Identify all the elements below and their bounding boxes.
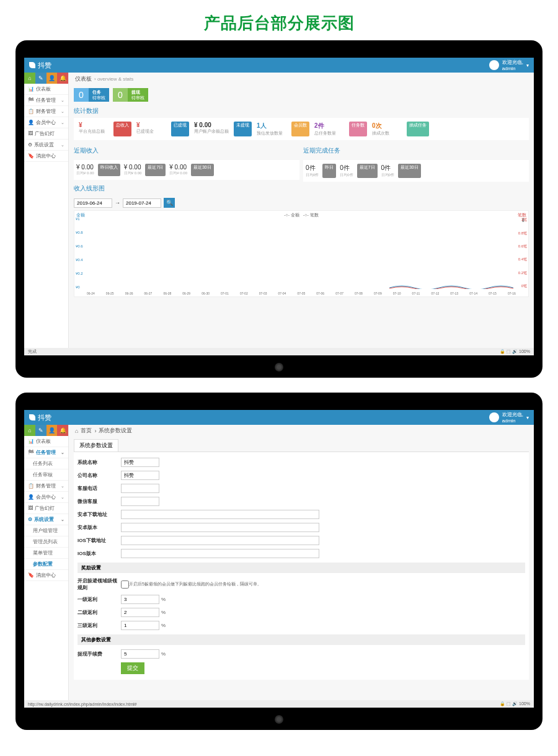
- brand: 抖赞: [29, 413, 51, 422]
- system-name-input[interactable]: [121, 458, 159, 467]
- sidebar-item[interactable]: 🖼广告幻灯: [24, 128, 68, 140]
- toolbar-home-button[interactable]: ⌂: [24, 425, 35, 436]
- kpi-cell: 2件总任务数量: [312, 122, 347, 136]
- sidebar-subitem[interactable]: 任务列表: [24, 458, 68, 469]
- wechat-input[interactable]: [121, 497, 159, 506]
- statusbar: 完成 🔒 ⬚ 🔊 100%: [24, 348, 534, 355]
- sidebar-item[interactable]: 🏁任务管理⌄: [24, 447, 68, 458]
- chevron-down-icon: ⌄: [61, 495, 64, 500]
- breadcrumb-current: 系统参数设置: [99, 427, 132, 435]
- kpi-cell: 0次抽成次数: [370, 122, 404, 136]
- status-right: 🔒 ⬚ 🔊 100%: [500, 701, 530, 706]
- period-right-title: 近期完成任务: [303, 144, 529, 158]
- kpi-badge: 总收入: [113, 122, 131, 136]
- breadcrumb: 仪表板 › overview & stats: [74, 73, 529, 86]
- level3-input[interactable]: [121, 621, 159, 630]
- search-button[interactable]: 🔍: [164, 198, 175, 208]
- toolbar-bell-button[interactable]: 🔔: [57, 425, 68, 436]
- period-cell: ¥ 0.00日均¥ 0.00: [76, 164, 94, 176]
- android-ver-input[interactable]: [121, 523, 319, 532]
- level2-input[interactable]: [121, 608, 159, 617]
- toolbar-edit-button[interactable]: ✎: [35, 73, 46, 84]
- phone-input[interactable]: [121, 484, 159, 493]
- status-left: 完成: [28, 349, 37, 355]
- sidebar-item[interactable]: 🖼广告幻灯: [24, 503, 68, 514]
- sidebar-subitem[interactable]: 任务审核: [24, 469, 68, 481]
- toolbar-user-button[interactable]: 👤: [46, 425, 58, 436]
- reward-rule-checkbox[interactable]: [121, 580, 129, 589]
- sidebar-item[interactable]: 👤会员中心⌄: [24, 492, 68, 503]
- toolbar-user-button[interactable]: 👤: [46, 73, 58, 84]
- yaxis-right: 1笔0.8笔0.6笔0.4笔0.2笔0笔: [518, 217, 527, 289]
- period-badge: 昨日收入: [98, 164, 120, 176]
- level1-input[interactable]: [121, 595, 159, 604]
- avatar: [489, 60, 499, 70]
- period-badge: 最近7日: [357, 164, 378, 178]
- topbar: 抖赞 欢迎光临,admin ▾: [24, 410, 534, 425]
- sidebar-subitem[interactable]: 管理员列表: [24, 536, 68, 548]
- toolbar-edit-button[interactable]: ✎: [35, 425, 46, 436]
- sidebar-item[interactable]: ⚙系统设置⌄: [24, 140, 68, 151]
- toolbar: ⌂ ✎ 👤 🔔: [24, 73, 68, 84]
- sidebar-subitem[interactable]: 用户组管理: [24, 525, 68, 536]
- avatar: [489, 412, 499, 422]
- sidebar-item[interactable]: 📊仪表板: [24, 436, 68, 447]
- chevron-down-icon[interactable]: ▾: [526, 63, 529, 68]
- date-from-input[interactable]: [74, 198, 112, 208]
- kpi-badge: 抽成任务: [407, 122, 429, 136]
- sidebar-item[interactable]: 🏁任务管理⌄: [24, 95, 68, 106]
- status-left: http://rw.dailydrink.cn/index.php/admin/…: [28, 702, 137, 706]
- chart-legend: -○- 金额 -○- 笔数: [284, 212, 319, 218]
- sidebar-item[interactable]: 📋财务管理⌄: [24, 106, 68, 117]
- user-area[interactable]: 欢迎光临,admin ▾: [489, 59, 529, 71]
- sidebar: ⌂ ✎ 👤 🔔 📊仪表板🏁任务管理⌄任务列表任务审核📋财务管理⌄👤会员中心⌄🖼广…: [24, 425, 69, 708]
- tab-row: 系统参数设置: [74, 439, 529, 452]
- home-icon[interactable]: ⌂: [75, 428, 78, 434]
- stat-boxes: 0任务待审核0提现待审核: [74, 88, 529, 102]
- period-right-row: 0件日均0件昨日0件日均0件最近7日0件日均0件最近30日: [303, 160, 529, 182]
- chevron-down-icon[interactable]: ▾: [526, 415, 529, 420]
- kpi-cell: 1人预估发放数量: [254, 122, 289, 136]
- period-badge: 最近7日: [145, 164, 166, 176]
- content: ⌂ 首页 › 系统参数设置 系统参数设置 系统名称 公司名称 客服电话 微信客服…: [69, 425, 534, 708]
- menu-icon: 🔖: [28, 572, 34, 578]
- sidebar-item[interactable]: 📋财务管理⌄: [24, 481, 68, 492]
- submit-button[interactable]: 提交: [121, 662, 144, 674]
- date-to-input[interactable]: [123, 198, 161, 208]
- date-range-row: → 🔍: [74, 198, 529, 208]
- sidebar-item[interactable]: 👤会员中心⌄: [24, 117, 68, 128]
- ios-url-input[interactable]: [121, 536, 319, 545]
- ios-ver-input[interactable]: [121, 549, 319, 558]
- breadcrumb-home[interactable]: 首页: [81, 427, 92, 435]
- toolbar-home-button[interactable]: ⌂: [24, 73, 35, 84]
- toolbar-bell-button[interactable]: 🔔: [57, 73, 68, 84]
- sidebar-subitem[interactable]: 参数配置: [24, 559, 68, 570]
- group-other: 其他参数设置: [78, 634, 525, 645]
- tab-settings[interactable]: 系统参数设置: [74, 439, 118, 451]
- company-input[interactable]: [121, 471, 159, 480]
- period-left-title: 近期收入: [74, 144, 299, 158]
- chevron-down-icon: ⌄: [61, 143, 64, 148]
- period-cell: 0件日均0件: [340, 164, 353, 178]
- menu-icon: ⚙: [28, 517, 32, 522]
- sidebar-subitem[interactable]: 菜单管理: [24, 548, 68, 559]
- period-left-row: ¥ 0.00日均¥ 0.00昨日收入¥ 0.00日均¥ 0.00最近7日¥ 0.…: [74, 160, 299, 180]
- group-reward: 奖励设置: [78, 563, 525, 573]
- stat-box: 0提现待审核: [113, 88, 148, 102]
- monitor-dashboard: 抖赞 欢迎光临,admin ▾ ⌂ ✎ 👤 🔔 📊仪表板🏁任务管理⌄📋财务管理⌄…: [16, 40, 542, 378]
- brand-text: 抖赞: [38, 61, 51, 70]
- android-url-input[interactable]: [121, 510, 319, 519]
- sidebar-item[interactable]: 🔖消息中心: [24, 570, 68, 581]
- kpi-cell: ¥已提现金: [134, 122, 169, 136]
- fee-input[interactable]: [121, 649, 159, 659]
- sidebar-item[interactable]: 🔖消息中心: [24, 151, 68, 162]
- period-cell: ¥ 0.00日均¥ 0.00: [124, 164, 142, 176]
- kpi-cell: ¥ 0.00用户账户余额总额: [192, 122, 231, 136]
- sidebar-item[interactable]: 📊仪表板: [24, 84, 68, 95]
- sidebar-item[interactable]: ⚙系统设置⌄: [24, 514, 68, 525]
- user-area[interactable]: 欢迎光临,admin ▾: [489, 411, 529, 424]
- brand: 抖赞: [29, 61, 51, 70]
- sidebar: ⌂ ✎ 👤 🔔 📊仪表板🏁任务管理⌄📋财务管理⌄👤会员中心⌄🖼广告幻灯⚙系统设置…: [24, 73, 69, 355]
- menu-icon: 🖼: [28, 505, 33, 511]
- period-cell: 0件日均0件: [381, 164, 394, 178]
